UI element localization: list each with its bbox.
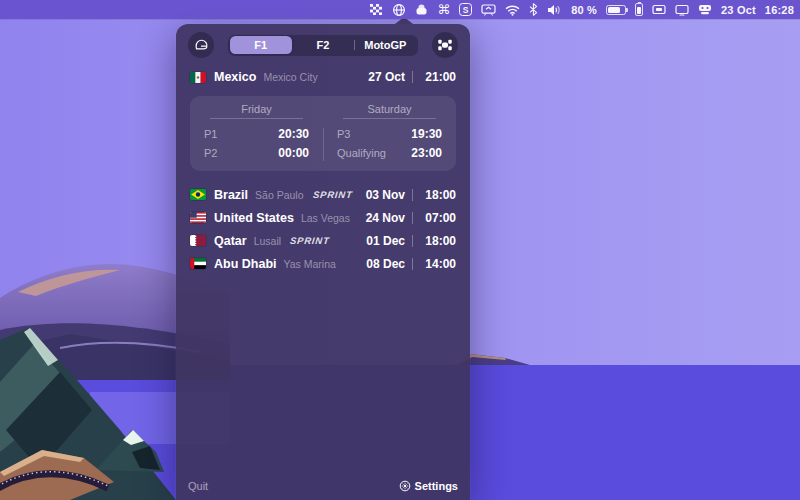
session-row: Qualifying23:00 bbox=[337, 143, 442, 162]
helmet-icon bbox=[193, 37, 210, 54]
race-date: 27 Oct bbox=[359, 70, 405, 84]
race-schedule-popover: F1F2MotoGP Mexico Mexico City 27 Oct 21:… bbox=[176, 24, 470, 500]
day-underline bbox=[210, 118, 303, 119]
session-row: P200:00 bbox=[204, 143, 309, 162]
session-column: FridayP120:30P200:00 bbox=[190, 103, 323, 162]
session-column: SaturdayP319:30Qualifying23:00 bbox=[323, 103, 456, 162]
race-location: Las Vegas bbox=[301, 212, 350, 224]
menu-bar: ⌘ S 80 % bbox=[0, 0, 800, 19]
session-times-card: FridayP120:30P200:00SaturdayP319:30Quali… bbox=[190, 96, 456, 171]
session-time: 00:00 bbox=[278, 146, 309, 160]
session-day-label: Saturday bbox=[337, 103, 442, 118]
date-time-divider bbox=[412, 189, 413, 201]
date-time-divider bbox=[412, 258, 413, 270]
s-app-icon[interactable]: S bbox=[459, 0, 472, 19]
command-key-icon[interactable]: ⌘ bbox=[437, 0, 450, 19]
globe-clock-icon[interactable] bbox=[392, 0, 406, 19]
race-location: São Paulo bbox=[255, 189, 303, 201]
race-time: 21:00 bbox=[420, 70, 456, 84]
day-underline bbox=[343, 118, 436, 119]
external-display-icon[interactable] bbox=[675, 0, 689, 19]
race-date: 24 Nov bbox=[359, 211, 405, 225]
race-time: 18:00 bbox=[420, 234, 456, 248]
s-badge-letter: S bbox=[459, 3, 472, 16]
display-mirroring-icon[interactable] bbox=[481, 0, 496, 19]
session-time: 23:00 bbox=[411, 146, 442, 160]
panel-header: F1F2MotoGP bbox=[176, 24, 470, 65]
session-row: P120:30 bbox=[204, 124, 309, 143]
session-time: 19:30 bbox=[411, 127, 442, 141]
race-country: Brazil bbox=[214, 188, 248, 202]
race-row[interactable]: QatarLusailSPRINT01 Dec18:00 bbox=[176, 229, 470, 252]
session-time: 20:30 bbox=[278, 127, 309, 141]
country-flag bbox=[190, 212, 206, 223]
menubar-clock[interactable]: 16:28 bbox=[765, 0, 794, 19]
race-row[interactable]: United StatesLas Vegas24 Nov07:00 bbox=[176, 206, 470, 229]
next-race-row[interactable]: Mexico Mexico City 27 Oct 21:00 bbox=[176, 66, 470, 88]
series-tabs: F1F2MotoGP bbox=[228, 35, 418, 56]
race-time: 07:00 bbox=[420, 211, 456, 225]
date-time-divider bbox=[412, 71, 413, 83]
date-time-divider bbox=[412, 235, 413, 247]
session-name: P1 bbox=[204, 128, 217, 140]
race-list: BrazilSão PauloSPRINT03 Nov18:00United S… bbox=[176, 183, 470, 275]
session-day-label: Friday bbox=[204, 103, 309, 118]
race-location: Mexico City bbox=[263, 71, 317, 83]
battery-percent-label: 80 % bbox=[571, 0, 597, 19]
column-divider bbox=[323, 128, 324, 161]
country-flag bbox=[190, 258, 206, 269]
race-time: 14:00 bbox=[420, 257, 456, 271]
settings-label: Settings bbox=[415, 480, 458, 492]
race-date: 08 Dec bbox=[359, 257, 405, 271]
battery-charging-icon[interactable] bbox=[606, 0, 626, 19]
session-name: P2 bbox=[204, 147, 217, 159]
display-icon[interactable] bbox=[652, 0, 666, 19]
race-country: Abu Dhabi bbox=[214, 257, 277, 271]
battery-vertical-icon[interactable] bbox=[635, 0, 643, 19]
race-country: Qatar bbox=[214, 234, 247, 248]
helmet-button[interactable] bbox=[188, 32, 214, 58]
session-row: P319:30 bbox=[337, 124, 442, 143]
race-row[interactable]: Abu DhabiYas Marina08 Dec14:00 bbox=[176, 252, 470, 275]
sprint-badge: SPRINT bbox=[312, 189, 353, 200]
race-car-icon bbox=[436, 38, 454, 52]
tab-f1[interactable]: F1 bbox=[230, 36, 292, 54]
bluetooth-icon[interactable] bbox=[529, 0, 538, 19]
menubar-date[interactable]: 23 Oct bbox=[721, 0, 756, 19]
race-location: Lusail bbox=[254, 235, 281, 247]
race-date: 03 Nov bbox=[359, 188, 405, 202]
country-flag bbox=[190, 235, 206, 246]
country-flag bbox=[190, 189, 206, 200]
gear-icon bbox=[399, 480, 411, 492]
race-location: Yas Marina bbox=[284, 258, 336, 270]
race-country: United States bbox=[214, 211, 294, 225]
camera-robot-icon[interactable] bbox=[698, 0, 712, 19]
panel-footer: Quit Settings bbox=[176, 476, 470, 500]
app-blob-icon[interactable] bbox=[415, 0, 428, 19]
quit-button[interactable]: Quit bbox=[188, 480, 208, 492]
session-name: Qualifying bbox=[337, 147, 386, 159]
sprint-badge: SPRINT bbox=[290, 235, 331, 246]
race-time: 18:00 bbox=[420, 188, 456, 202]
session-name: P3 bbox=[337, 128, 350, 140]
volume-icon[interactable] bbox=[547, 0, 562, 19]
race-date: 01 Dec bbox=[359, 234, 405, 248]
car-button[interactable] bbox=[432, 32, 458, 58]
date-time-divider bbox=[412, 212, 413, 224]
race-country: Mexico bbox=[214, 70, 256, 84]
settings-button[interactable]: Settings bbox=[399, 480, 458, 492]
country-flag bbox=[190, 72, 206, 83]
race-row[interactable]: BrazilSão PauloSPRINT03 Nov18:00 bbox=[176, 183, 470, 206]
checkered-flag-icon[interactable] bbox=[370, 0, 383, 19]
tab-f2[interactable]: F2 bbox=[292, 36, 354, 54]
tab-motogp[interactable]: MotoGP bbox=[354, 36, 416, 54]
wifi-icon[interactable] bbox=[505, 0, 520, 19]
